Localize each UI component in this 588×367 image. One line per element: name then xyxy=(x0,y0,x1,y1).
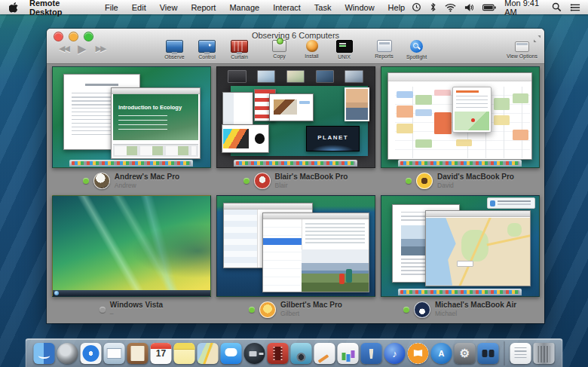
dock-calendar-icon[interactable]: 17 xyxy=(151,343,172,364)
spotlight-button[interactable]: Spotlight xyxy=(403,40,430,60)
dock-facetime-icon[interactable] xyxy=(244,343,265,364)
thumb-desktop-space: PLANET xyxy=(231,86,368,156)
view-options-icon xyxy=(515,41,529,52)
menu-help[interactable]: Help xyxy=(381,3,412,12)
dock-keynote-icon[interactable] xyxy=(361,343,382,364)
thumb-keynote-window: Introduction to Ecology xyxy=(111,87,201,159)
spotlight-menu-icon[interactable] xyxy=(552,2,562,12)
apple-menu-icon[interactable] xyxy=(9,2,18,13)
dock-ard-icon[interactable] xyxy=(478,343,499,364)
event-block xyxy=(513,130,528,140)
event-block xyxy=(434,90,450,96)
menu-task[interactable]: Task xyxy=(308,3,338,12)
install-button[interactable]: Install xyxy=(298,40,326,60)
dock-notes-icon[interactable] xyxy=(174,343,195,364)
menu-clock[interactable]: Mon 9:41 AM xyxy=(504,0,544,17)
curtain-button[interactable]: Curtain xyxy=(225,40,253,60)
observe-icon xyxy=(166,40,183,53)
dock-messages-icon[interactable] xyxy=(221,343,242,364)
remote-desktop-window: Observing 6 Computers ◀◀ ▶ ▶▶ Observe xyxy=(47,29,544,323)
computer-thumbnail-gilberts-mac-pro[interactable] xyxy=(216,195,375,297)
movie-title-text: PLANET xyxy=(307,134,359,141)
menu-view[interactable]: View xyxy=(153,3,185,12)
play-button[interactable]: ▶ xyxy=(78,43,87,54)
battery-icon[interactable] xyxy=(482,4,496,11)
computer-thumbnail-andrews-mac-pro[interactable]: Introduction to Ecology xyxy=(52,66,211,168)
keynote-slide-title: Introduction to Ecology xyxy=(118,104,182,111)
menu-window[interactable]: Window xyxy=(338,3,381,12)
notification-center-icon[interactable] xyxy=(570,3,580,12)
dock-itunes-icon[interactable]: ♪ xyxy=(384,343,406,364)
control-button[interactable]: Control xyxy=(193,40,221,60)
dock-numbers-icon[interactable] xyxy=(338,343,359,364)
dock-finder-icon[interactable] xyxy=(34,343,55,364)
dock-iphoto-icon[interactable] xyxy=(291,343,312,364)
event-block xyxy=(434,112,452,133)
dock-launchpad-icon[interactable] xyxy=(57,343,78,364)
reports-icon xyxy=(377,40,392,52)
spotlight-search-icon xyxy=(410,40,423,53)
dock-pages-icon[interactable] xyxy=(314,343,335,364)
dock-trash-icon[interactable] xyxy=(534,343,555,364)
dock-document-icon[interactable] xyxy=(510,343,531,364)
menu-report[interactable]: Report xyxy=(184,3,222,12)
computer-name: Gilbert's Mac Pro xyxy=(280,301,342,310)
computer-user: Michael xyxy=(435,310,516,317)
computer-cell: Michael's MacBook Air Michael xyxy=(378,194,542,323)
thumb-mission-control-spaces xyxy=(228,70,363,83)
computer-thumbnail-windows-vista[interactable] xyxy=(52,195,211,297)
event-block xyxy=(415,139,431,147)
dock-divider xyxy=(504,341,505,365)
computer-cell: PLANET Blair's MacBook Pro Blair xyxy=(213,65,378,194)
computer-name: Windows Vista xyxy=(110,301,163,310)
volume-icon[interactable] xyxy=(464,3,474,12)
unix-terminal-icon xyxy=(336,40,353,53)
thumb-notification-banner xyxy=(487,197,536,209)
menu-manage[interactable]: Manage xyxy=(222,3,266,12)
status-dot xyxy=(406,178,412,184)
unix-button[interactable]: UNIX xyxy=(330,40,358,60)
event-block xyxy=(415,95,431,104)
computer-thumbnail-blairs-macbook-pro[interactable]: PLANET xyxy=(216,66,375,168)
computer-thumbnail-davids-macbook-pro[interactable] xyxy=(381,66,540,168)
curtain-icon xyxy=(231,40,248,53)
computer-thumbnail-michaels-macbook-air[interactable] xyxy=(381,195,540,297)
avatar-sunflower xyxy=(416,173,433,189)
event-block xyxy=(513,93,528,102)
dock-mail-icon[interactable] xyxy=(104,343,125,364)
computer-cell: Windows Vista – xyxy=(49,194,213,323)
dock-safari-icon[interactable] xyxy=(81,343,102,364)
computer-name: Michael's MacBook Air xyxy=(435,301,516,310)
dock-sysprefs-icon[interactable]: ⚙ xyxy=(455,343,476,364)
dock-contacts-icon[interactable] xyxy=(127,343,149,364)
window-header[interactable]: Observing 6 Computers ◀◀ ▶ ▶▶ Observe xyxy=(47,29,544,64)
computer-user: Gilbert xyxy=(280,310,342,317)
copy-button[interactable]: Copy xyxy=(265,40,293,60)
sync-status-icon[interactable] xyxy=(412,2,421,12)
observe-button[interactable]: Observe xyxy=(161,40,188,60)
wifi-icon[interactable] xyxy=(445,3,456,12)
computer-name: David's MacBook Pro xyxy=(437,173,514,182)
status-dot xyxy=(243,178,250,184)
dock-maps-icon[interactable] xyxy=(198,343,219,364)
menu-edit[interactable]: Edit xyxy=(125,3,153,12)
reports-button[interactable]: Reports xyxy=(370,40,398,60)
computer-user: David xyxy=(437,182,514,189)
dock-ibooks-icon[interactable] xyxy=(408,343,429,364)
install-icon xyxy=(306,40,318,52)
bluetooth-icon[interactable] xyxy=(430,2,436,12)
computer-user: – xyxy=(110,310,163,317)
event-block xyxy=(415,109,431,116)
menu-file[interactable]: File xyxy=(98,3,125,12)
dock-appstore-icon[interactable]: A xyxy=(431,343,452,364)
status-dot xyxy=(100,307,106,313)
rewind-button[interactable]: ◀◀ xyxy=(59,44,69,53)
desktop: Remote Desktop FileEditViewReportManageI… xyxy=(0,0,588,367)
menu-interact[interactable]: Interact xyxy=(266,3,308,12)
avatar-apple xyxy=(254,173,271,189)
event-block xyxy=(397,106,412,118)
dock-photobooth-icon[interactable] xyxy=(268,343,289,364)
forward-button[interactable]: ▶▶ xyxy=(95,44,105,53)
view-options-button[interactable]: View Options xyxy=(507,41,537,59)
active-app-name[interactable]: Remote Desktop xyxy=(23,0,98,17)
